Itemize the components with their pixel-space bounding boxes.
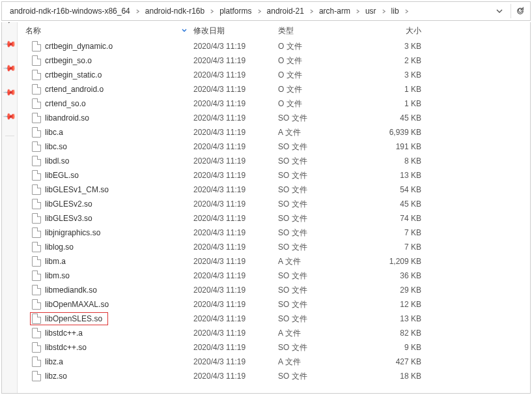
file-date: 2020/4/3 11:19 xyxy=(193,343,278,352)
pin-icon[interactable]: 📌 xyxy=(3,85,17,100)
column-header-date[interactable]: 修改日期 xyxy=(193,25,278,37)
file-size: 29 KB xyxy=(363,285,434,295)
file-type: SO 文件 xyxy=(278,170,363,181)
file-pane: 名称 修改日期 类型 大小 crtbegin_dynamic.o2020/4/3… xyxy=(18,22,530,393)
file-row[interactable]: libc.so2020/4/3 11:19SO 文件191 KB xyxy=(25,139,530,154)
file-row[interactable]: libstdc++.so2020/4/3 11:19SO 文件9 KB xyxy=(25,340,530,355)
file-row[interactable]: libGLESv2.so2020/4/3 11:19SO 文件45 KB xyxy=(25,197,530,211)
file-row[interactable]: libOpenSLES.so2020/4/3 11:19SO 文件13 KB xyxy=(25,312,530,326)
file-name: libGLESv2.so xyxy=(45,199,92,209)
file-name-cell: crtend_so.o xyxy=(25,98,193,109)
file-row[interactable]: libdl.so2020/4/3 11:19SO 文件8 KB xyxy=(25,154,530,168)
file-row[interactable]: libmediandk.so2020/4/3 11:19SO 文件29 KB xyxy=(25,283,530,297)
strip-divider xyxy=(5,136,14,136)
quick-access-strip: 📌 📌 📌 📌 xyxy=(2,22,18,393)
file-date: 2020/4/3 11:19 xyxy=(193,128,278,137)
breadcrumb-item[interactable]: platforms xyxy=(218,5,253,17)
file-name: libandroid.so xyxy=(45,113,89,123)
breadcrumb-bar[interactable]: android-ndk-r16b-windows-x86_64android-n… xyxy=(1,1,531,21)
pin-icon[interactable]: 📌 xyxy=(3,110,17,124)
file-row[interactable]: crtbegin_static.o2020/4/3 11:19O 文件3 KB xyxy=(25,68,530,82)
breadcrumb-item[interactable]: lib xyxy=(390,5,400,17)
chevron-right-icon xyxy=(352,8,364,15)
file-size: 191 KB xyxy=(363,142,434,151)
file-date: 2020/4/3 11:19 xyxy=(193,56,278,65)
file-type: A 文件 xyxy=(278,256,363,267)
column-headers: 名称 修改日期 类型 大小 xyxy=(18,22,530,39)
file-size: 13 KB xyxy=(363,314,434,323)
file-list[interactable]: crtbegin_dynamic.o2020/4/3 11:19O 文件3 KB… xyxy=(18,39,530,393)
file-icon xyxy=(32,371,41,381)
file-name: libGLESv3.so xyxy=(45,214,92,223)
file-type: SO 文件 xyxy=(278,285,363,296)
file-icon xyxy=(32,227,41,238)
file-size: 82 KB xyxy=(363,329,434,338)
file-icon xyxy=(32,342,41,353)
column-header-size[interactable]: 大小 xyxy=(363,25,434,37)
file-name-cell: libmediandk.so xyxy=(25,285,193,295)
file-date: 2020/4/3 11:19 xyxy=(193,70,278,80)
file-row[interactable]: libm.a2020/4/3 11:19A 文件1,209 KB xyxy=(25,254,530,269)
file-type: SO 文件 xyxy=(278,184,363,196)
file-row[interactable]: crtend_so.o2020/4/3 11:19O 文件1 KB xyxy=(25,96,530,111)
file-date: 2020/4/3 11:19 xyxy=(193,372,278,381)
highlighted-file: libOpenSLES.so xyxy=(30,312,108,325)
file-name-cell: crtbegin_static.o xyxy=(25,70,193,80)
file-row[interactable]: libGLESv3.so2020/4/3 11:19SO 文件74 KB xyxy=(25,211,530,226)
file-row[interactable]: crtbegin_dynamic.o2020/4/3 11:19O 文件3 KB xyxy=(25,39,530,53)
chevron-right-icon xyxy=(206,8,218,15)
pin-icon[interactable]: 📌 xyxy=(3,61,17,76)
file-row[interactable]: libstdc++.a2020/4/3 11:19A 文件82 KB xyxy=(25,326,530,340)
breadcrumb-items: android-ndk-r16b-windows-x86_64android-n… xyxy=(5,5,492,17)
file-icon xyxy=(32,156,41,166)
file-row[interactable]: libEGL.so2020/4/3 11:19SO 文件13 KB xyxy=(25,168,530,183)
file-icon xyxy=(32,271,41,281)
file-row[interactable]: crtend_android.o2020/4/3 11:19O 文件1 KB xyxy=(25,82,530,96)
file-date: 2020/4/3 11:19 xyxy=(193,171,278,180)
column-header-type[interactable]: 类型 xyxy=(278,25,363,37)
breadcrumb-item[interactable]: usr xyxy=(364,5,378,17)
file-row[interactable]: libandroid.so2020/4/3 11:19SO 文件45 KB xyxy=(25,111,530,125)
file-name: libjnigraphics.so xyxy=(45,228,100,237)
file-type: A 文件 xyxy=(278,328,363,339)
file-name-cell: crtbegin_so.o xyxy=(25,55,193,66)
file-type: SO 文件 xyxy=(278,242,363,253)
file-row[interactable]: crtbegin_so.o2020/4/3 11:19O 文件2 KB xyxy=(25,53,530,68)
file-name: crtend_so.o xyxy=(45,99,86,108)
file-row[interactable]: libGLESv1_CM.so2020/4/3 11:19SO 文件54 KB xyxy=(25,183,530,197)
file-name-cell: crtend_android.o xyxy=(25,84,193,95)
file-row[interactable]: libjnigraphics.so2020/4/3 11:19SO 文件7 KB xyxy=(25,226,530,240)
breadcrumb-item[interactable]: android-ndk-r16b-windows-x86_64 xyxy=(8,5,132,17)
file-type: O 文件 xyxy=(278,55,363,66)
file-row[interactable]: libm.so2020/4/3 11:19SO 文件36 KB xyxy=(25,269,530,283)
file-row[interactable]: libz.so2020/4/3 11:19SO 文件18 KB xyxy=(25,369,530,383)
breadcrumb-item[interactable]: arch-arm xyxy=(318,5,352,17)
file-size: 1 KB xyxy=(363,99,434,108)
file-type: SO 文件 xyxy=(278,156,363,167)
file-row[interactable]: libc.a2020/4/3 11:19A 文件6,939 KB xyxy=(25,125,530,139)
file-name: libOpenSLES.so xyxy=(45,314,102,323)
file-row[interactable]: liblog.so2020/4/3 11:19SO 文件7 KB xyxy=(25,240,530,254)
file-size: 1,209 KB xyxy=(363,257,434,266)
file-date: 2020/4/3 11:19 xyxy=(193,156,278,166)
file-type: A 文件 xyxy=(278,357,363,368)
file-name-cell: libGLESv1_CM.so xyxy=(25,184,193,195)
file-row[interactable]: libz.a2020/4/3 11:19A 文件427 KB xyxy=(25,355,530,369)
file-icon xyxy=(32,299,41,310)
file-size: 7 KB xyxy=(363,228,434,237)
file-name: libstdc++.so xyxy=(45,343,87,352)
collapse-caret-icon[interactable] xyxy=(7,22,12,25)
file-size: 13 KB xyxy=(363,171,434,180)
file-size: 2 KB xyxy=(363,56,434,65)
column-header-name[interactable]: 名称 xyxy=(25,25,193,37)
file-name-cell: libandroid.so xyxy=(25,113,193,123)
file-name-cell: libstdc++.so xyxy=(25,342,193,353)
breadcrumb-dropdown-icon[interactable] xyxy=(492,4,507,18)
breadcrumb-item[interactable]: android-21 xyxy=(266,5,305,17)
file-name: libm.so xyxy=(45,271,70,280)
breadcrumb-item[interactable]: android-ndk-r16b xyxy=(144,5,206,17)
pin-icon[interactable]: 📌 xyxy=(3,37,17,51)
file-date: 2020/4/3 11:19 xyxy=(193,228,278,237)
file-row[interactable]: libOpenMAXAL.so2020/4/3 11:19SO 文件12 KB xyxy=(25,297,530,312)
refresh-button[interactable] xyxy=(511,4,525,18)
